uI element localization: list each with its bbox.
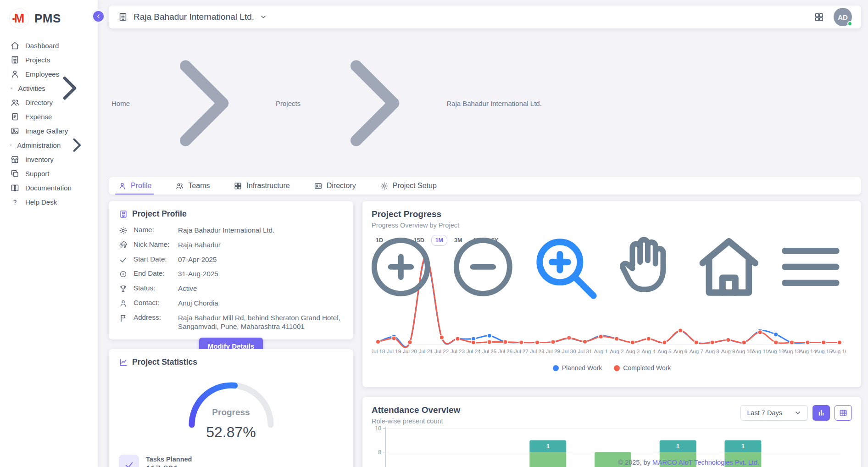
sidebar-item-label: Image Gallary [25, 127, 68, 135]
sidebar-item-documentation[interactable]: Documentation [6, 181, 92, 195]
app-logo[interactable]: M PMS [0, 0, 98, 36]
chevron-right-icon [66, 134, 88, 156]
sidebar-item-help-desk[interactable]: Help Desk [6, 195, 92, 209]
pan-icon[interactable] [608, 228, 685, 306]
svg-text:Jul 25: Jul 25 [482, 348, 496, 354]
field-value: Raja Bahadur [178, 240, 343, 250]
svg-text:Jul 30: Jul 30 [562, 348, 576, 354]
bar-view-button[interactable] [812, 405, 830, 421]
app-root: M PMS Dashboard Projects Employees Activ… [0, 0, 868, 467]
gauge-label: Progress [178, 407, 284, 417]
tab-label: Project Setup [393, 182, 437, 190]
svg-text:Aug 2: Aug 2 [610, 348, 623, 354]
zoom-select-icon[interactable] [526, 228, 603, 306]
field-value: 31-Aug-2025 [178, 269, 343, 278]
main-area: Raja Bahadur International Ltd. AD HomeP… [98, 0, 868, 467]
line-chart-legend: Planned WorkCompleted Work [372, 364, 852, 372]
sidebar-item-label: Activities [18, 84, 45, 92]
zoom-in-icon[interactable] [362, 228, 440, 306]
person-icon [118, 182, 127, 190]
project-profile-title: Project Profile [132, 209, 187, 219]
sidebar-item-label: Administration [17, 141, 61, 149]
breadcrumb-item-projects[interactable]: Projects [276, 100, 300, 107]
svg-text:Jul 19: Jul 19 [387, 348, 401, 354]
tab-project-setup[interactable]: Project Setup [377, 177, 440, 195]
svg-text:Aug 9: Aug 9 [721, 348, 735, 354]
grid-icon [234, 182, 242, 190]
sidebar-item-expense[interactable]: Expense [6, 110, 92, 123]
home-icon[interactable] [690, 228, 768, 306]
field-label: Status: [134, 284, 172, 292]
sidebar-item-label: Inventory [25, 156, 54, 163]
chevron-left-icon [95, 13, 101, 19]
attendance-chart[interactable]: 024681016 August11115 August14 August233… [372, 425, 852, 467]
field-value: 07-Apr-2025 [178, 255, 343, 264]
chevron-down-icon [260, 13, 267, 21]
legend-label: Planned Work [562, 364, 602, 372]
person-icon [119, 299, 128, 307]
online-status-dot [847, 21, 852, 26]
svg-text:Jul 27: Jul 27 [514, 348, 529, 354]
company-link[interactable]: MARCO AIoT Technologies Pvt. Ltd. [652, 459, 759, 466]
logo-m-icon: M [9, 8, 29, 28]
svg-text:1: 1 [546, 443, 550, 450]
target-icon [119, 269, 128, 278]
copy-icon [10, 169, 20, 178]
svg-text:Jul 23: Jul 23 [451, 348, 465, 354]
question-icon [10, 197, 20, 207]
bar-chart-icon [817, 408, 826, 417]
sidebar-collapse-button[interactable] [93, 11, 104, 22]
sidebar-item-administration[interactable]: Administration [6, 138, 92, 152]
sidebar: M PMS Dashboard Projects Employees Activ… [0, 0, 98, 467]
image-icon [10, 126, 20, 136]
trophy-icon [119, 284, 128, 293]
stat-row-tasks-planned: Tasks Planned 117,891 [119, 455, 343, 467]
breadcrumb-item-home[interactable]: Home [111, 100, 130, 107]
breadcrumb-item-raja-bahadur-international-ltd-: Raja Bahadur International Ltd. [446, 100, 542, 107]
date-range-select[interactable]: Last 7 Days [740, 405, 808, 421]
tab-teams[interactable]: Teams [172, 177, 212, 195]
svg-text:Aug 15: Aug 15 [815, 348, 832, 354]
project-profile-header: Project Profile [119, 209, 343, 219]
sidebar-item-label: Projects [25, 56, 50, 64]
zoom-out-icon[interactable] [445, 228, 522, 306]
svg-text:Aug 12: Aug 12 [768, 348, 785, 354]
company-name: Raja Bahadur International Ltd. [134, 12, 254, 22]
chart-line-icon [119, 358, 128, 367]
tab-infrastructure[interactable]: Infrastructure [231, 177, 292, 195]
store-icon [10, 155, 20, 164]
svg-text:Jul 20: Jul 20 [403, 348, 417, 354]
company-selector[interactable]: Raja Bahadur International Ltd. [118, 12, 267, 22]
idcard-icon [314, 182, 323, 190]
svg-text:8: 8 [378, 449, 381, 456]
legend-item-planned-work[interactable]: Planned Work [553, 364, 602, 372]
field-label: Contact: [134, 299, 172, 306]
sidebar-item-label: Dashboard [25, 42, 59, 50]
field-row-name: Name: Raja Bahadur International Ltd. [119, 226, 343, 235]
tab-directory[interactable]: Directory [311, 177, 359, 195]
sidebar-item-activities[interactable]: Activities [6, 81, 92, 95]
svg-text:Jul 31: Jul 31 [578, 348, 592, 354]
field-row-contact: Contact: Anuj Chordia [119, 299, 343, 308]
receipt-icon [10, 112, 20, 122]
flag-icon [119, 313, 128, 322]
people-icon [10, 98, 20, 107]
sidebar-item-label: Directory [25, 99, 53, 106]
sidebar-item-projects[interactable]: Projects [6, 53, 92, 67]
legend-item-completed-work[interactable]: Completed Work [614, 364, 671, 372]
user-avatar[interactable]: AD [834, 8, 852, 26]
sidebar-item-support[interactable]: Support [6, 167, 92, 180]
apartment-icon [119, 210, 128, 219]
home-icon [10, 41, 20, 50]
project-statistics-header: Project Statistics [119, 357, 343, 367]
project-progress-card: Project Progress Progress Overview by Pr… [362, 201, 861, 387]
sidebar-item-label: Documentation [25, 184, 72, 192]
menu-icon[interactable] [772, 228, 849, 306]
field-row-address: Address: Raja Bahadur Mill Rd, behind Sh… [119, 313, 343, 332]
table-view-button[interactable] [835, 405, 852, 421]
sidebar-item-dashboard[interactable]: Dashboard [6, 39, 92, 52]
apps-grid-button[interactable] [814, 12, 824, 22]
project-progress-subtitle: Progress Overview by Project [372, 222, 852, 229]
project-progress-title: Project Progress [372, 209, 852, 219]
tab-profile[interactable]: Profile [115, 177, 154, 195]
